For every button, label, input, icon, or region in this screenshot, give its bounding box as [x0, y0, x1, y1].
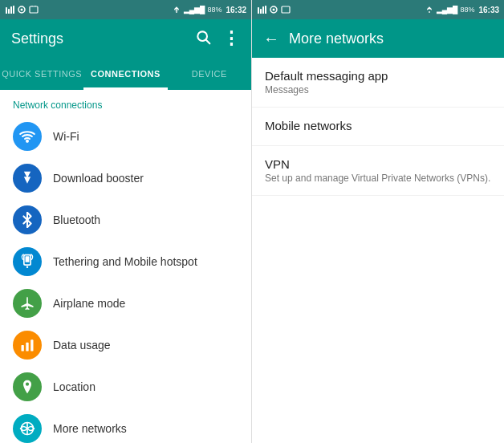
tabs-bar: QUICK SETTINGS CONNECTIONS DEVICE [0, 58, 251, 90]
svg-rect-13 [26, 256, 30, 262]
more-networks-list: Default messaging app Messages Mobile ne… [252, 58, 504, 443]
download-label: Download booster [53, 172, 144, 185]
svg-rect-0 [6, 7, 7, 14]
svg-rect-27 [282, 6, 290, 13]
vpn-item[interactable]: VPN Set up and manage Virtual Private Ne… [252, 146, 504, 196]
tab-quick-settings[interactable]: QUICK SETTINGS [0, 58, 83, 90]
tethering-icon [13, 247, 42, 276]
wifi-icon [13, 122, 42, 151]
svg-line-9 [206, 39, 210, 43]
menu-item-download[interactable]: Download booster [0, 157, 251, 199]
signal-bars-right: ▂▄▆█ [437, 6, 458, 14]
battery-level-right: 88% [460, 6, 474, 14]
download-icon [13, 164, 42, 193]
svg-rect-3 [13, 6, 14, 14]
airplane-icon [13, 289, 42, 318]
menu-item-bluetooth[interactable]: Bluetooth [0, 199, 251, 241]
status-icons-left [5, 5, 39, 14]
svg-rect-22 [260, 9, 262, 14]
data-icon [13, 331, 42, 360]
svg-rect-2 [10, 6, 12, 14]
status-bar-right: ▂▄▆█ 88% 16:33 [252, 0, 504, 19]
section-label: Network connections [0, 90, 251, 116]
app-bar-left: Settings ⋮ [0, 19, 251, 58]
default-messaging-item[interactable]: Default messaging app Messages [252, 58, 504, 108]
more-networks-icon [13, 414, 42, 443]
default-messaging-title: Default messaging app [265, 69, 491, 83]
status-info-right: ▂▄▆█ 88% 16:33 [425, 5, 499, 14]
menu-item-more[interactable]: More networks [0, 408, 251, 443]
menu-item-airplane[interactable]: Airplane mode [0, 282, 251, 324]
svg-rect-24 [265, 6, 266, 14]
mobile-networks-title: Mobile networks [265, 119, 491, 132]
menu-item-wifi[interactable]: Wi-Fi [0, 116, 251, 157]
svg-point-14 [26, 266, 29, 268]
signal-bars: ▂▄▆█ [184, 6, 205, 14]
back-button[interactable]: ← [263, 30, 279, 48]
menu-item-data[interactable]: Data usage [0, 324, 251, 366]
bluetooth-icon [13, 205, 42, 234]
svg-marker-11 [24, 172, 30, 184]
svg-point-18 [26, 383, 29, 386]
svg-rect-15 [22, 345, 24, 352]
app-title-left: Settings [11, 30, 63, 47]
svg-point-5 [21, 9, 23, 11]
more-options-icon[interactable]: ⋮ [222, 28, 240, 49]
svg-rect-16 [26, 343, 28, 352]
svg-point-10 [26, 140, 28, 142]
search-icon[interactable] [195, 29, 211, 49]
svg-rect-17 [30, 339, 33, 351]
menu-list: Wi-Fi Download booster Bluetooth [0, 116, 251, 443]
svg-rect-1 [8, 9, 10, 14]
svg-rect-23 [262, 6, 264, 14]
status-bar-left: ▂▄▆█ 88% 16:32 [0, 0, 251, 19]
svg-point-7 [176, 11, 177, 13]
left-panel: ▂▄▆█ 88% 16:32 Settings ⋮ QUICK SETTINGS… [0, 0, 252, 443]
app-bar-icons: ⋮ [195, 28, 240, 49]
svg-point-26 [273, 9, 275, 11]
app-bar-right: ← More networks [252, 19, 504, 58]
right-panel: ▂▄▆█ 88% 16:33 ← More networks Default m… [252, 0, 504, 443]
airplane-label: Airplane mode [53, 297, 125, 310]
time-left: 16:32 [226, 6, 246, 14]
svg-rect-6 [30, 6, 38, 13]
tab-device[interactable]: DEVICE [168, 58, 251, 90]
more-networks-title: More networks [289, 30, 384, 47]
more-networks-label: More networks [53, 422, 127, 435]
battery-level-left: 88% [207, 6, 222, 14]
menu-item-tethering[interactable]: Tethering and Mobile hotspot [0, 241, 251, 282]
location-icon [13, 372, 42, 401]
location-label: Location [53, 380, 96, 393]
tethering-label: Tethering and Mobile hotspot [53, 255, 197, 268]
default-messaging-sub: Messages [265, 84, 491, 96]
svg-rect-21 [258, 7, 259, 14]
vpn-title: VPN [265, 157, 491, 171]
tab-connections[interactable]: CONNECTIONS [83, 58, 167, 90]
mobile-networks-item[interactable]: Mobile networks [252, 108, 504, 146]
bluetooth-label: Bluetooth [53, 213, 100, 226]
status-icons-right: ▂▄▆█ 88% 16:32 [172, 5, 246, 14]
vpn-sub: Set up and manage Virtual Private Networ… [265, 173, 491, 184]
svg-point-28 [429, 11, 430, 13]
wifi-label: Wi-Fi [53, 130, 79, 143]
time-right: 16:33 [478, 6, 499, 14]
menu-item-location[interactable]: Location [0, 366, 251, 408]
data-label: Data usage [53, 339, 111, 352]
status-icons-right-left [257, 5, 291, 14]
